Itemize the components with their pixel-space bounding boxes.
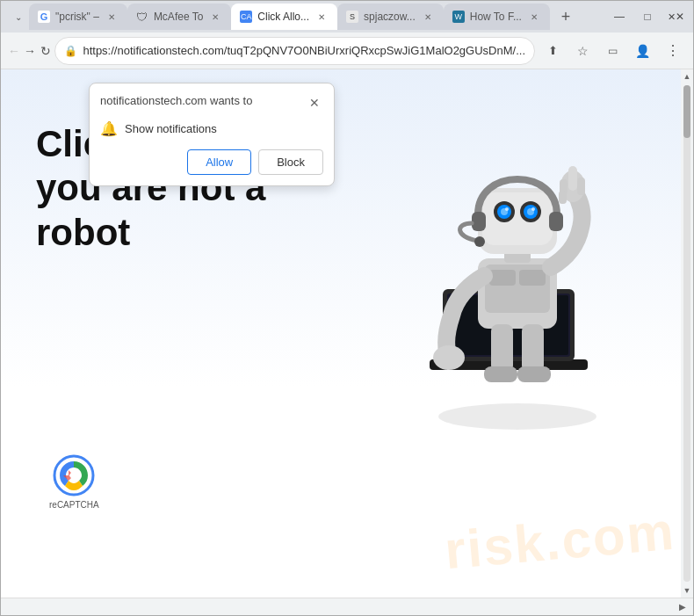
popup-item: 🔔 Show notifications bbox=[100, 120, 323, 137]
heading-line3: robot bbox=[36, 212, 130, 253]
tab-close-howto[interactable]: ✕ bbox=[527, 10, 541, 24]
profile-button[interactable]: 👤 bbox=[628, 37, 656, 65]
svg-rect-8 bbox=[489, 270, 516, 286]
popup-close-button[interactable]: ✕ bbox=[306, 94, 323, 112]
new-tab-button[interactable]: + bbox=[553, 4, 578, 29]
recaptcha-label: reCAPTCHA bbox=[49, 500, 99, 510]
minimize-icon: — bbox=[614, 11, 625, 23]
scroll-thumb[interactable] bbox=[683, 85, 690, 138]
menu-button[interactable]: ⋮ bbox=[658, 37, 686, 65]
minimize-button[interactable]: — bbox=[609, 6, 630, 27]
tab-label-pcrisk: "pcrisk" – bbox=[55, 11, 99, 23]
maximize-icon: □ bbox=[644, 11, 650, 23]
svg-rect-30 bbox=[491, 324, 513, 373]
address-text: https://notificationstech.com/tuqT2pQNV7… bbox=[83, 44, 525, 57]
svg-rect-31 bbox=[522, 324, 544, 373]
reload-button[interactable]: ↻ bbox=[40, 37, 51, 65]
tab-close-spjaczow[interactable]: ✕ bbox=[421, 10, 435, 24]
bottom-bar: ▶ bbox=[1, 598, 693, 615]
notification-popup: notificationstech.com wants to ✕ 🔔 Show … bbox=[89, 83, 335, 186]
tab-close-click-allow[interactable]: ✕ bbox=[314, 10, 329, 24]
tab-close-pcrisk[interactable]: ✕ bbox=[105, 10, 119, 24]
scroll-track[interactable] bbox=[683, 85, 690, 582]
svg-rect-28 bbox=[577, 178, 585, 195]
forward-button[interactable]: → bbox=[24, 37, 36, 65]
tab-click-allow[interactable]: CA Click Allo... ✕ bbox=[231, 4, 337, 30]
popup-header: notificationstech.com wants to ✕ bbox=[100, 94, 323, 112]
svg-point-22 bbox=[505, 207, 509, 211]
lock-icon: 🔒 bbox=[64, 45, 77, 57]
svg-rect-33 bbox=[517, 366, 551, 382]
tab-label-spjaczow: spjaczow... bbox=[364, 11, 416, 23]
profile-icon: 👤 bbox=[635, 44, 650, 58]
svg-rect-9 bbox=[519, 270, 546, 286]
svg-rect-12 bbox=[482, 192, 553, 245]
recaptcha-widget[interactable]: reCAPTCHA bbox=[49, 454, 99, 510]
recaptcha-icon bbox=[53, 454, 95, 496]
svg-rect-13 bbox=[472, 212, 486, 231]
scroll-up-button[interactable]: ▲ bbox=[681, 69, 693, 83]
tab-favicon-pcrisk: G bbox=[38, 11, 50, 23]
forward-icon: → bbox=[24, 44, 36, 58]
tab-favicon-click-allow: CA bbox=[240, 11, 252, 23]
robot-svg bbox=[342, 69, 658, 438]
bell-icon: 🔔 bbox=[100, 120, 118, 137]
page-content: notificationstech.com wants to ✕ 🔔 Show … bbox=[1, 69, 693, 598]
tab-favicon-mcafee: 🛡 bbox=[136, 11, 148, 23]
nav-actions: ⬆ ☆ ▭ 👤 ⋮ bbox=[539, 37, 686, 65]
bottom-bar-arrow: ▶ bbox=[679, 602, 686, 612]
block-button[interactable]: Block bbox=[258, 149, 323, 175]
svg-rect-14 bbox=[549, 212, 563, 231]
sidebar-icon: ▭ bbox=[608, 45, 618, 57]
tab-howto[interactable]: W How To F... ✕ bbox=[444, 4, 550, 30]
tab-label-howto: How To F... bbox=[470, 11, 522, 23]
sidebar-toggle-button[interactable]: ▭ bbox=[598, 37, 626, 65]
back-button[interactable]: ← bbox=[8, 37, 20, 65]
close-icon: ✕ bbox=[676, 11, 684, 23]
watermark-text: risk.com bbox=[443, 501, 678, 582]
tab-label-click-allow: Click Allo... bbox=[257, 11, 309, 23]
popup-buttons: Allow Block bbox=[100, 149, 323, 175]
popup-title: notificationstech.com wants to bbox=[100, 94, 252, 107]
tab-pcrisk[interactable]: G "pcrisk" – ✕ bbox=[29, 4, 127, 30]
tab-close-mcafee[interactable]: ✕ bbox=[208, 10, 222, 24]
svg-point-15 bbox=[474, 236, 485, 247]
bookmark-button[interactable]: ☆ bbox=[568, 37, 596, 65]
window-controls: — □ ✕ bbox=[609, 6, 686, 27]
browser-window: ⌄ G "pcrisk" – ✕ 🛡 McAfee To ✕ CA Click … bbox=[0, 0, 694, 616]
allow-button[interactable]: Allow bbox=[187, 149, 251, 175]
back-icon: ← bbox=[8, 44, 20, 58]
robot-illustration bbox=[342, 69, 676, 438]
bookmark-icon: ☆ bbox=[577, 44, 589, 58]
popup-item-text: Show notifications bbox=[125, 122, 217, 135]
maximize-button[interactable]: □ bbox=[637, 6, 658, 27]
nav-bar: ← → ↻ 🔒 https://notificationstech.com/tu… bbox=[1, 33, 693, 69]
tab-overflow-chevron[interactable]: ⌄ bbox=[8, 6, 29, 27]
svg-rect-32 bbox=[484, 366, 517, 382]
reload-icon: ↻ bbox=[40, 44, 51, 58]
tab-mcafee[interactable]: 🛡 McAfee To ✕ bbox=[127, 4, 231, 30]
svg-point-23 bbox=[531, 207, 535, 211]
tab-favicon-howto: W bbox=[452, 11, 465, 23]
scrollbar[interactable]: ▲ ▼ bbox=[681, 69, 693, 598]
tab-label-mcafee: McAfee To bbox=[154, 11, 203, 23]
title-bar: ⌄ G "pcrisk" – ✕ 🛡 McAfee To ✕ CA Click … bbox=[1, 1, 693, 33]
address-bar[interactable]: 🔒 https://notificationstech.com/tuqT2pQN… bbox=[54, 37, 535, 65]
tab-spjaczow[interactable]: S spjaczow... ✕ bbox=[337, 4, 444, 30]
scroll-down-button[interactable]: ▼ bbox=[681, 583, 693, 598]
svg-rect-26 bbox=[568, 166, 577, 191]
menu-icon: ⋮ bbox=[666, 42, 679, 59]
svg-point-24 bbox=[433, 345, 465, 370]
svg-rect-29 bbox=[559, 191, 567, 204]
tab-favicon-spjaczow: S bbox=[346, 11, 358, 23]
share-button[interactable]: ⬆ bbox=[539, 37, 567, 65]
svg-point-1 bbox=[438, 403, 596, 430]
close-button[interactable]: ✕ bbox=[665, 6, 686, 27]
share-icon: ⬆ bbox=[548, 44, 558, 57]
